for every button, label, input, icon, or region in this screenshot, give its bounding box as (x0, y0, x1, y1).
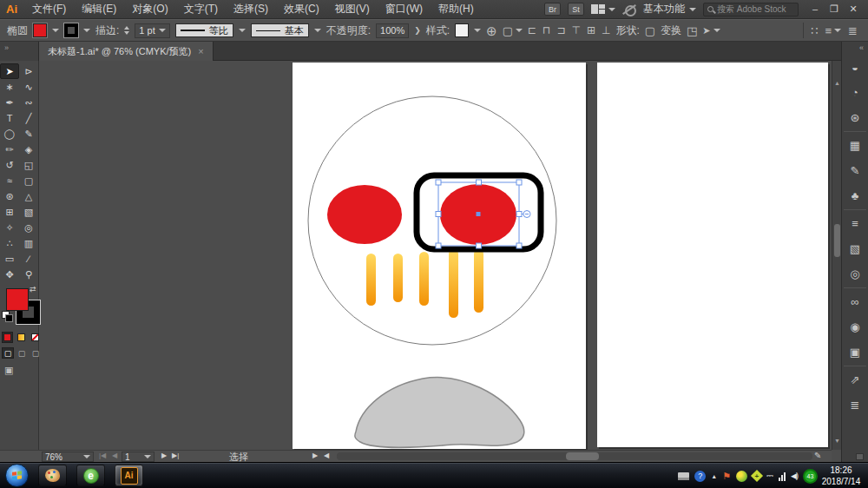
gradient-panel-icon[interactable]: ▧ (842, 236, 868, 261)
horizontal-scroll-thumb[interactable] (566, 452, 599, 460)
taskbar-paint-app-button[interactable] (38, 465, 67, 486)
workspace-switcher[interactable]: 基本功能 (643, 2, 696, 16)
blend-tool[interactable]: ◎ (19, 220, 38, 235)
scale-tool[interactable]: ◱ (19, 157, 38, 173)
opacity-value[interactable]: 100% (376, 23, 409, 38)
vertical-scroll-thumb[interactable] (834, 224, 840, 257)
last-artboard-icon[interactable]: ▶| (172, 452, 179, 459)
gradient-bar-1[interactable] (366, 254, 376, 306)
prev-artboard-icon[interactable]: ◀ (112, 452, 117, 459)
menu-type[interactable]: 文字(T) (176, 2, 226, 16)
rotate-tool[interactable]: ↺ (0, 157, 19, 173)
cc-libraries-panel-icon[interactable]: ∞ (842, 289, 868, 314)
align-middle-icon[interactable]: ⊞ (587, 24, 595, 36)
tab-close-icon[interactable]: × (198, 46, 203, 56)
hand-tool[interactable]: ✥ (0, 267, 19, 282)
stroke-width-value[interactable]: 1 pt (135, 23, 169, 38)
export-panel-icon[interactable]: ⇗ (842, 367, 868, 392)
document-setup-button[interactable]: ▢ (503, 25, 523, 36)
menu-select[interactable]: 选择(S) (226, 2, 276, 16)
ellipse-tool[interactable]: ◯ (0, 126, 19, 142)
dock-collapse[interactable]: « (842, 42, 868, 55)
handle-w[interactable] (436, 212, 441, 217)
vertical-scrollbar[interactable]: ▲ ▼ (832, 61, 841, 450)
handle-se[interactable] (516, 243, 522, 248)
panel-menu-icon[interactable]: ≣ (848, 25, 858, 36)
start-button[interactable] (5, 464, 29, 487)
perspective-grid-tool[interactable]: △ (19, 188, 38, 204)
draw-behind-icon[interactable]: ▢ (16, 347, 28, 359)
eyedropper-tool[interactable]: ✧ (0, 220, 19, 235)
gradient-bar-4[interactable] (449, 249, 458, 318)
pencil-tool[interactable]: ✏ (0, 142, 19, 157)
transparency-panel-icon[interactable]: ◎ (842, 261, 868, 287)
stroke-color-swatch[interactable] (64, 23, 78, 37)
chevron-down-icon[interactable] (314, 29, 321, 32)
symbols-panel-icon[interactable]: ♣ (842, 183, 868, 208)
isolate-mode-icon[interactable]: ◳ (687, 25, 697, 36)
taskbar-browser-button[interactable]: e (76, 465, 105, 486)
panel-list-button[interactable]: ≡ (825, 25, 842, 36)
shape-builder-tool[interactable]: ⊛ (0, 188, 19, 204)
menu-view[interactable]: 视图(V) (327, 2, 378, 16)
handle-sw[interactable] (436, 243, 441, 248)
stroke-panel-icon[interactable]: ≡ (842, 211, 868, 236)
document-tab[interactable]: 未标题-1.ai* @ 76% (CMYK/预览) × (39, 42, 214, 61)
slice-tool[interactable]: ∕ (19, 251, 38, 267)
align-bottom-icon[interactable]: ⊥ (602, 24, 610, 36)
touch-workspace-icon[interactable] (622, 3, 636, 15)
scroll-right-icon[interactable]: ◀ (324, 452, 329, 459)
transform-label[interactable]: 变换 (661, 23, 681, 38)
menu-file[interactable]: 文件(F) (24, 2, 74, 16)
first-artboard-icon[interactable]: |◀ (99, 452, 106, 459)
bridge-button[interactable]: Br (544, 3, 561, 16)
power-plug-icon[interactable]: ⎓ (766, 471, 773, 481)
zoom-level-dropdown[interactable]: 76% (42, 452, 94, 462)
antivirus-shield-icon[interactable]: + (751, 470, 763, 482)
paintbrush-tool[interactable]: ✎ (19, 126, 38, 142)
network-globe-icon[interactable] (736, 471, 747, 482)
gradient-button[interactable] (16, 332, 27, 343)
symbol-sprayer-tool[interactable]: ∴ (0, 235, 19, 251)
tools-panel-collapse[interactable]: » (0, 42, 39, 61)
gradient-bar-2[interactable] (393, 254, 403, 302)
handle-ne[interactable] (516, 180, 522, 185)
menu-edit[interactable]: 编辑(E) (74, 2, 124, 16)
resize-grip[interactable] (856, 453, 864, 460)
recolor-artwork-icon[interactable]: ⊛ (842, 105, 868, 130)
input-method-icon[interactable] (678, 472, 689, 480)
artboard-2[interactable] (597, 63, 828, 447)
menu-window[interactable]: 窗口(W) (378, 2, 431, 16)
stock-button[interactable]: St (568, 3, 584, 16)
draw-normal-icon[interactable]: ▢ (2, 347, 14, 359)
battery-percent-badge[interactable]: 43 (803, 469, 818, 484)
chevron-down-icon[interactable] (474, 29, 481, 32)
curvature-tool[interactable]: ∾ (19, 95, 38, 110)
handle-e[interactable] (516, 212, 522, 217)
menu-help[interactable]: 帮助(H) (431, 2, 482, 16)
horizontal-scrollbar[interactable] (337, 452, 812, 460)
color-guide-panel-icon[interactable]: ◔ (842, 80, 868, 105)
volume-icon[interactable]: ◀) (791, 472, 798, 480)
menu-object[interactable]: 对象(O) (124, 2, 175, 16)
shape-widget-icon[interactable]: ▢ (645, 25, 655, 36)
gradient-tool[interactable]: ▧ (19, 204, 38, 220)
layers-panel-icon[interactable]: ≣ (842, 392, 868, 418)
align-center-icon[interactable]: ⊓ (542, 24, 550, 36)
width-tool[interactable]: ≈ (0, 173, 19, 188)
taskbar-illustrator-button[interactable]: Ai (115, 465, 143, 486)
next-artboard-icon[interactable]: ▶ (161, 452, 167, 459)
swatches-panel-icon[interactable]: ▦ (842, 133, 868, 158)
align-right-icon[interactable]: ⊐ (556, 24, 565, 36)
chevron-down-icon[interactable] (239, 29, 246, 32)
stock-search-input[interactable]: 搜索 Adobe Stock (703, 3, 799, 16)
pen-tool[interactable]: ✒ (0, 95, 19, 110)
width-profile-dropdown[interactable]: 等比 (175, 23, 233, 37)
gradient-bar-5[interactable] (474, 249, 483, 313)
default-fill-stroke-icon[interactable] (2, 311, 12, 321)
handle-nw[interactable] (436, 180, 441, 185)
action-center-icon[interactable]: ⚑ (722, 471, 731, 482)
type-tool[interactable]: T (0, 110, 19, 126)
align-top-icon[interactable]: ⊤ (571, 24, 580, 36)
arrange-documents-button[interactable] (591, 4, 615, 15)
